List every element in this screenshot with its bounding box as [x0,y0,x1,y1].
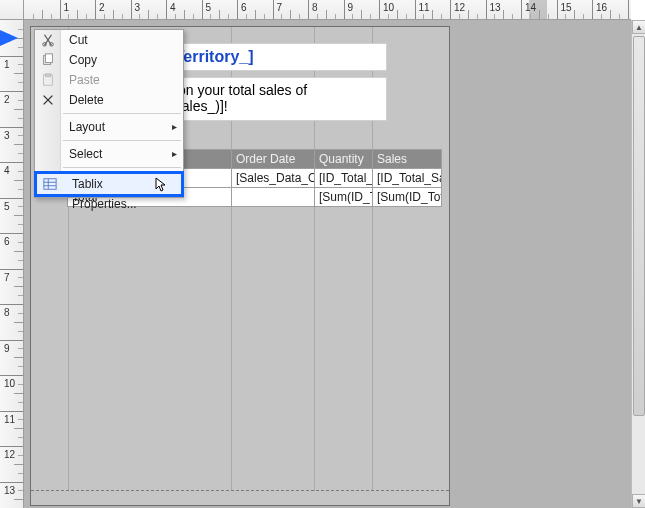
menu-item-tablix-properties[interactable]: Tablix Properties... [34,171,184,197]
data-cell[interactable]: [Sum(ID_Tota [373,188,442,207]
menu-item-cut[interactable]: Cut [35,30,183,50]
menu-item-paste: Paste [35,70,183,90]
header-cell[interactable]: Sales [373,150,442,169]
menu-item-select[interactable]: Select [35,144,183,164]
report-designer: 1234567891011121314151617 12345678910111… [0,0,645,508]
data-cell[interactable]: [ID_Total_ [315,169,373,188]
ruler-corner [0,0,24,20]
header-cell[interactable]: Order Date [232,150,315,169]
svg-rect-6 [44,179,56,190]
copy-icon [39,51,57,69]
menu-separator [63,140,181,141]
cursor-icon [155,177,167,193]
menu-separator [63,167,181,168]
properties-icon [41,175,59,193]
cut-icon [39,31,57,49]
scroll-thumb[interactable] [633,36,645,416]
vertical-scrollbar[interactable]: ▲ ▼ [631,20,645,508]
svg-rect-3 [45,54,52,63]
data-cell[interactable] [232,188,315,207]
data-cell[interactable]: [Sum(ID_T [315,188,373,207]
context-menu: Cut Copy Paste Delete [34,29,184,198]
ruler-vertical[interactable]: 1234567891011121314 [0,20,24,508]
menu-item-delete[interactable]: Delete [35,90,183,110]
data-cell[interactable]: [Sales_Data_Or [232,169,315,188]
ruler-horizontal[interactable]: 1234567891011121314151617 [24,0,631,20]
delete-icon [39,91,57,109]
annotation-arrow [0,30,18,46]
scroll-up-button[interactable]: ▲ [632,20,645,34]
menu-item-layout[interactable]: Layout [35,117,183,137]
header-cell[interactable]: Quantity [315,150,373,169]
paste-icon [39,71,57,89]
menu-item-copy[interactable]: Copy [35,50,183,70]
svg-rect-5 [45,74,50,77]
data-cell[interactable]: [ID_Total_Sal [373,169,442,188]
scroll-down-button[interactable]: ▼ [632,494,645,508]
menu-separator [63,113,181,114]
